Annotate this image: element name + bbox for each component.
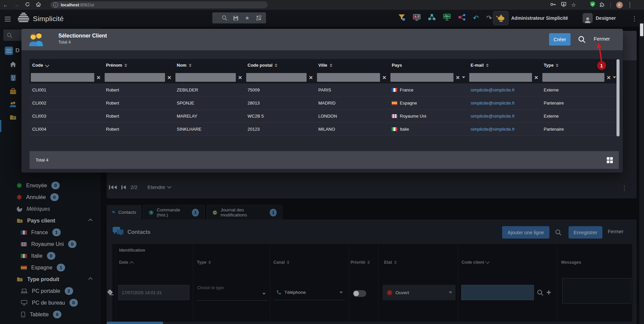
uk-flag-icon [392, 114, 397, 118]
cell-pays: Espagne [389, 96, 468, 110]
close-button[interactable]: Fermer [592, 36, 612, 42]
modal-title-block: Sélectionner Client Total 4 [58, 33, 107, 45]
favorites-star-icon[interactable]: ★ [243, 14, 251, 22]
cell-prenom: Robert [103, 123, 174, 136]
modal-search-icon[interactable] [578, 36, 586, 45]
header-more-icon[interactable]: ⋮ [631, 15, 638, 22]
column-header-ville[interactable]: Ville [316, 59, 389, 71]
browser-back-icon[interactable]: ← [3, 0, 8, 10]
column-header-code-postal[interactable]: Code postal [245, 59, 316, 71]
table-row[interactable]: CLI001 Robert ZEBILDER 75009 PARIS Franc… [30, 83, 619, 96]
dashboard-board-icon[interactable] [413, 14, 421, 22]
menu-hamburger-icon[interactable] [5, 15, 11, 23]
browser-home-icon[interactable] [36, 0, 41, 10]
filter-funnel-icon[interactable] [398, 13, 406, 22]
france-flag-icon [392, 88, 397, 92]
column-header-nom[interactable]: Nom [174, 59, 245, 71]
adblock-shield-icon[interactable] [590, 1, 596, 9]
cell-ville: LONDON [316, 110, 389, 123]
clear-filter-icon[interactable]: ✕ [455, 75, 460, 80]
table-row[interactable]: CLI002 Robert SPONJE 28013 MADRID Espagn… [30, 96, 619, 110]
sort-icon [124, 64, 127, 67]
create-button[interactable]: Créer [549, 33, 571, 46]
filter-email-input[interactable] [469, 73, 532, 82]
redo-icon[interactable]: ↷ [486, 14, 492, 22]
clear-filter-icon[interactable]: ✕ [309, 75, 313, 80]
user-name[interactable]: Administrateur Simplicité [511, 15, 568, 21]
table-row[interactable]: CLI004 Robert SINKLHARE 20123 MILANO Ita… [30, 123, 619, 136]
shortcuts-grid-icon[interactable] [255, 14, 263, 22]
column-header-pays[interactable]: Pays [389, 59, 468, 71]
sort-icon [189, 64, 192, 67]
filter-prenom-input[interactable] [105, 73, 165, 82]
save-search-icon[interactable] [232, 14, 240, 22]
site-info-icon[interactable]: i [53, 2, 58, 7]
column-header-email[interactable]: E-mail [468, 59, 541, 71]
clear-filter-icon[interactable]: ✕ [238, 75, 242, 80]
cell-code: CLI004 [30, 123, 103, 136]
header-search-box[interactable]: ★ [212, 12, 266, 23]
simplicite-logo [17, 12, 30, 23]
filter-dropdown-icon[interactable] [462, 76, 465, 78]
bookmark-star-icon[interactable]: ☆ [571, 2, 576, 8]
page-scrollbar[interactable] [639, 20, 644, 324]
table-scrollbar[interactable] [616, 59, 620, 136]
share-graph-icon[interactable] [458, 14, 466, 22]
cell-email[interactable]: simplicite@simplicite.fr [468, 110, 541, 123]
cell-email[interactable]: simplicite@simplicite.fr [468, 83, 541, 96]
password-key-icon[interactable] [550, 2, 556, 8]
filter-code-postal-input[interactable] [246, 73, 307, 82]
sort-icon [486, 64, 489, 67]
filter-ville-input[interactable] [317, 73, 380, 82]
model-cluster-icon[interactable] [428, 14, 436, 22]
grid-view-icon[interactable] [607, 157, 613, 163]
user-role[interactable]: Designer [596, 15, 616, 21]
filter-nom-input[interactable] [175, 73, 236, 82]
url-host: localhost [61, 3, 79, 7]
sort-icon [275, 64, 277, 67]
clear-filter-icon[interactable]: ✕ [167, 75, 171, 80]
undo-icon[interactable]: ↶ [473, 14, 479, 22]
modal-header [21, 29, 623, 50]
footer-total: Total 4 [36, 157, 48, 163]
page-scrollbar-thumb[interactable] [640, 23, 643, 36]
browser-actions: ☆ [550, 0, 576, 10]
annotation-arrow [592, 42, 607, 63]
column-header-type[interactable]: Type [541, 59, 619, 71]
browser-menu-icon[interactable]: ⋮ [627, 0, 633, 10]
spain-flag-icon [392, 101, 397, 105]
filter-dropdown-icon[interactable] [613, 76, 616, 78]
clear-filter-icon[interactable]: ✕ [382, 75, 386, 80]
monitor-supervision-icon[interactable] [443, 14, 451, 22]
install-app-icon[interactable] [561, 2, 567, 8]
filter-code-input[interactable] [31, 73, 94, 82]
cell-type: Externe [541, 110, 619, 123]
annotation-step-badge: 1 [597, 61, 606, 70]
screen: ← → i localhost:8062/ui ☆ F ⋮ [0, 0, 644, 324]
browser-reload-icon[interactable] [25, 0, 30, 10]
address-bar[interactable]: i localhost:8062/ui [50, 1, 268, 8]
cell-prenom: Robert [103, 96, 174, 110]
cell-email[interactable]: simplicite@simplicite.fr [468, 96, 541, 110]
clear-filter-icon[interactable]: ✕ [96, 75, 101, 80]
extensions-puzzle-icon[interactable] [599, 1, 605, 9]
browser-profile-avatar[interactable]: F [616, 2, 623, 8]
user-avatar-icon[interactable] [583, 13, 593, 23]
cell-email[interactable]: simplicite@simplicite.fr [468, 123, 541, 136]
cell-code: CLI001 [30, 83, 103, 96]
clear-filter-icon[interactable]: ✕ [606, 75, 611, 80]
filter-pays-input[interactable] [390, 73, 453, 82]
search-icon[interactable] [220, 14, 228, 22]
filter-type-input[interactable] [542, 73, 604, 82]
clear-filter-icon[interactable]: ✕ [534, 75, 538, 80]
table-row[interactable]: CLI003 Robert MARELAY WC2B 5 LONDON Roya… [30, 110, 619, 123]
cell-nom: SINKLHARE [174, 123, 245, 136]
italy-flag-icon [392, 127, 397, 131]
sort-icon [556, 64, 558, 67]
sort-icon [330, 64, 332, 67]
column-header-prenom[interactable]: Prénom [103, 59, 174, 71]
genie-lamp-button[interactable] [493, 11, 508, 25]
column-header-code[interactable]: Code [30, 59, 103, 71]
browser-forward-icon[interactable]: → [14, 0, 19, 10]
cell-type: Externe [541, 83, 619, 96]
